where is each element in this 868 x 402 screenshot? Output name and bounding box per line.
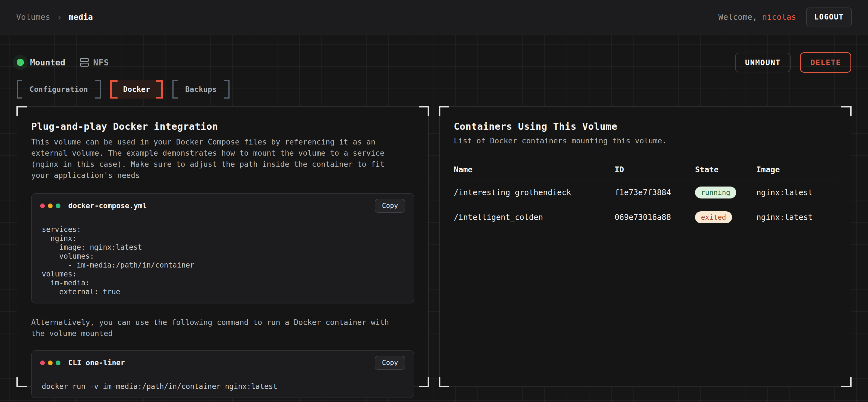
status-row: Mounted NFS UNMOUNT DELETE <box>17 52 851 72</box>
container-id: 069e73016a88 <box>615 205 695 229</box>
compose-code-text: services: nginx: image: nginx:latest vol… <box>42 225 404 296</box>
col-header-name: Name <box>454 161 615 180</box>
cli-code-block: CLI one-liner Copy docker run -v im-medi… <box>31 350 414 398</box>
compose-code-block: docker-compose.yml Copy services: nginx:… <box>31 193 414 303</box>
page-background: Mounted NFS UNMOUNT DELETE Configuration… <box>0 35 868 402</box>
traffic-green-icon <box>56 203 60 208</box>
unmount-button[interactable]: UNMOUNT <box>735 53 791 72</box>
containers-panel: Containers Using This Volume List of Doc… <box>439 106 851 387</box>
compose-copy-button[interactable]: Copy <box>375 199 405 213</box>
topbar: Volumes › media Welcome, nicolas LOGOUT <box>0 0 868 35</box>
containers-panel-title: Containers Using This Volume <box>454 121 837 132</box>
table-row: /intelligent_colden 069e73016a88 exited … <box>454 205 837 229</box>
container-id: f1e73e7f3884 <box>615 180 695 205</box>
container-name: /intelligent_colden <box>454 205 615 229</box>
panels-row: Plug-and-play Docker integration This vo… <box>17 106 851 387</box>
col-header-image: Image <box>756 161 837 180</box>
traffic-green-icon <box>56 361 60 365</box>
tab-bar: Configuration Docker Backups <box>17 80 851 99</box>
breadcrumb-current-volume: media <box>68 12 93 22</box>
delete-button[interactable]: DELETE <box>800 52 851 73</box>
mounted-status-dot-icon <box>17 59 24 66</box>
breadcrumb-separator-icon: › <box>57 12 62 22</box>
status-badge: exited <box>695 211 732 223</box>
breadcrumb: Volumes › media <box>16 12 93 22</box>
traffic-lights-icon <box>40 361 60 365</box>
volume-status: Mounted NFS <box>17 58 109 67</box>
tab-configuration[interactable]: Configuration <box>17 80 101 99</box>
traffic-red-icon <box>40 203 45 208</box>
tab-docker[interactable]: Docker <box>110 80 163 99</box>
compose-code-body: services: nginx: image: nginx:latest vol… <box>32 218 414 303</box>
volume-actions: UNMOUNT DELETE <box>735 52 851 73</box>
cli-code-text: docker run -v im-media:/path/in/containe… <box>42 382 404 391</box>
traffic-lights-icon <box>40 203 60 208</box>
table-row: /interesting_grothendieck f1e73e7f3884 r… <box>454 180 837 205</box>
server-icon <box>80 58 89 67</box>
col-header-state: State <box>695 161 756 180</box>
docker-panel-title: Plug-and-play Docker integration <box>31 121 414 132</box>
driver-label: NFS <box>93 58 109 67</box>
cli-code-header: CLI one-liner Copy <box>32 351 414 375</box>
cli-copy-button[interactable]: Copy <box>375 356 405 370</box>
username-text: nicolas <box>762 12 796 22</box>
corner-brackets <box>440 107 851 387</box>
mounted-status-label: Mounted <box>30 58 65 67</box>
docker-integration-panel: Plug-and-play Docker integration This vo… <box>17 106 429 387</box>
docker-panel-description: This volume can be used in your Docker C… <box>31 136 396 181</box>
welcome-label: Welcome, <box>718 12 762 22</box>
welcome-text: Welcome, nicolas <box>718 12 796 22</box>
topbar-right: Welcome, nicolas LOGOUT <box>718 7 852 27</box>
logout-button[interactable]: LOGOUT <box>806 7 852 27</box>
status-badge: running <box>695 187 736 199</box>
container-image: nginx:latest <box>756 180 837 205</box>
col-header-id: ID <box>615 161 695 180</box>
table-header-row: Name ID State Image <box>454 161 837 180</box>
container-name: /interesting_grothendieck <box>454 180 615 205</box>
compose-code-header: docker-compose.yml Copy <box>32 194 414 218</box>
traffic-amber-icon <box>48 203 53 208</box>
container-image: nginx:latest <box>756 205 837 229</box>
containers-panel-subtitle: List of Docker containers mounting this … <box>454 136 837 145</box>
tab-backups[interactable]: Backups <box>173 80 229 99</box>
compose-filename: docker-compose.yml <box>68 202 147 210</box>
breadcrumb-volumes-link[interactable]: Volumes <box>16 12 50 22</box>
traffic-amber-icon <box>48 361 53 365</box>
cli-filename: CLI one-liner <box>68 359 125 367</box>
containers-table: Name ID State Image /interesting_grothen… <box>454 161 837 229</box>
cli-intro-text: Alternatively, you can use the following… <box>31 317 396 339</box>
traffic-red-icon <box>40 361 45 365</box>
cli-code-body: docker run -v im-media:/path/in/containe… <box>32 375 414 398</box>
volume-driver: NFS <box>80 58 109 67</box>
